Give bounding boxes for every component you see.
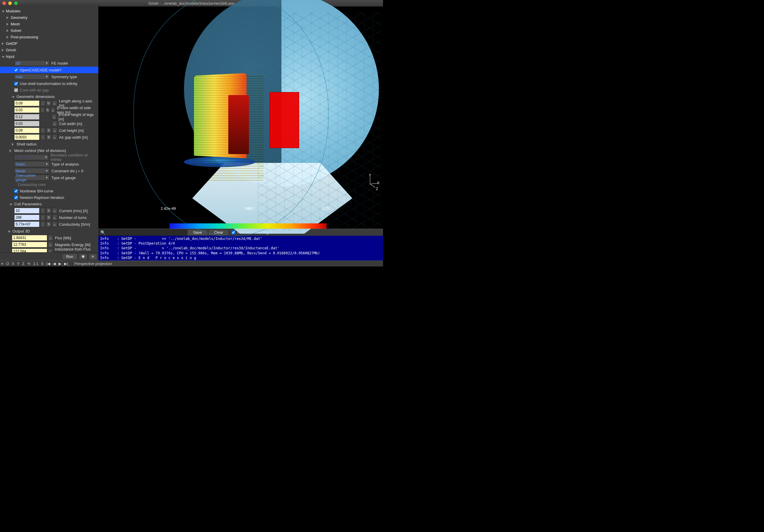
conductivity-input[interactable] [14,221,40,227]
status-button[interactable]: 1:1 [33,261,38,266]
axes-triad: X Y Z [365,175,379,190]
stepper-icon[interactable]: : [40,127,46,133]
stepper-icon[interactable]: : [40,107,45,113]
reset-icon[interactable]: ↻ [46,134,51,140]
status-button[interactable]: ▶ [59,261,62,266]
status-button[interactable]: ≡ [1,261,4,266]
stepper-icon[interactable]: : [40,134,46,140]
gauge-select[interactable]: Tree-cotree gauge▼ [14,175,50,181]
shell-inf-checkbox[interactable] [14,82,18,85]
zoom-window-button[interactable] [14,1,18,5]
reset-icon[interactable]: ↻ [46,214,51,220]
reset-icon[interactable]: ↻ [46,127,51,133]
graph-icon[interactable]: ⎁ [52,114,57,120]
close-window-button[interactable] [2,1,6,5]
graph-icon[interactable]: ⎁ [52,208,57,213]
core-airgap-label: Core with air gap [20,88,49,92]
turns-input[interactable] [14,214,40,220]
graph-icon[interactable]: ⎁ [52,127,57,133]
fe-model-select[interactable]: 3D▼ [14,60,50,66]
graph-icon[interactable]: ⎁ [52,100,57,106]
run-button[interactable]: Run [62,253,78,260]
3d-viewport[interactable]: 2.42e-49 b 0.867 1.73 X Y Z [98,7,383,229]
graph-icon[interactable]: ⎁ [52,221,57,227]
ind-flux-output[interactable] [12,248,47,252]
constraint-select[interactable]: Weak▼ [14,168,50,174]
opencascade-checkbox-row[interactable]: OpenCASCADE model? [0,67,98,73]
energy-output[interactable] [12,242,47,248]
analysis-select[interactable]: Static▼ [14,161,50,167]
stepper-icon[interactable]: : [40,221,46,227]
status-button[interactable]: Y [17,261,20,266]
coil-params-header[interactable]: Coil Parameters [0,200,98,207]
tree-solver[interactable]: Solver [0,27,98,34]
status-button[interactable]: O [6,261,9,266]
status-button[interactable]: X [12,261,14,266]
leg-h-input [14,114,40,120]
graph-icon[interactable]: ⎁ [48,242,53,248]
coil-h-label: Coil height [m] [59,128,84,133]
bc-select: Dirichlet▼ [14,154,49,160]
tree-getdp[interactable]: GetDP [0,40,98,47]
flux-label: Flux [Wb] [55,236,71,240]
nonlinear-bh-label: Nonlinear BH-curve [20,189,53,193]
newton-checkbox[interactable] [14,196,18,200]
tree-input[interactable]: Input [0,53,98,60]
parameter-tree[interactable]: Modules Geometry Mesh Solver Post-proces… [0,7,98,252]
symmetry-select[interactable]: Half▼ [14,74,50,80]
constraint-label: Constraint div j = 0 [51,169,83,173]
gap-input[interactable] [14,134,40,140]
flux-output[interactable] [12,235,47,241]
reset-icon[interactable]: ↻ [46,107,50,113]
len-z-input[interactable] [14,100,40,106]
tree-mesh[interactable]: Mesh [0,21,98,27]
stepper-icon[interactable]: : [40,214,46,220]
tree-postprocessing[interactable]: Post-processing [0,34,98,40]
graph-icon[interactable]: ⎁ [48,248,53,252]
output-header[interactable]: Output 3D [0,228,98,234]
projection-mode[interactable]: Perspective projection [75,261,112,266]
search-input[interactable]: 🔍 [98,229,187,236]
conducting-core-label: Conducting core [18,182,46,187]
current-input[interactable] [14,208,40,213]
coil-h-input[interactable] [14,127,40,133]
tree-gmsh[interactable]: Gmsh [0,47,98,53]
shell-radius-header[interactable]: Shell radius [0,141,98,147]
status-button[interactable]: |◀ [46,261,50,266]
bc-label: Boundary condition at infinity [51,153,98,162]
onelab-sidebar: Modules Geometry Mesh Solver Post-proces… [0,7,98,261]
gauge-label: Type of gauge [51,176,76,180]
colorbar-max: 1.73 [322,206,329,211]
status-button[interactable]: Z [22,261,25,266]
status-button[interactable]: ▶| [64,261,68,266]
graph-icon[interactable]: ⎁ [52,214,57,220]
graph-icon[interactable]: ⎁ [52,121,57,127]
graph-icon[interactable]: ⎁ [48,235,53,241]
conductivity-label: Conductivity [S/m] [59,222,90,227]
window-controls [2,1,18,5]
tree-modules[interactable]: Modules [0,8,98,14]
reset-icon[interactable]: ↻ [46,100,51,106]
gear-icon[interactable]: ✱ [79,253,88,260]
status-button[interactable]: ⟲ [27,261,30,266]
core-airgap-checkbox [14,88,18,92]
reset-icon[interactable]: ↻ [46,208,51,213]
newton-label: Newton-Raphson iteration [20,195,64,200]
analysis-label: Type of analysis [51,162,79,166]
side-leg-input[interactable] [14,107,40,113]
status-button[interactable]: S [41,261,44,266]
graph-icon[interactable]: ⎁ [52,134,57,140]
graph-icon[interactable]: ⎁ [51,107,55,113]
message-console[interactable]: Info : GetDP - >> '../onelab_doc/models/… [98,236,383,261]
kill-button[interactable]: ⨯ [89,253,97,260]
stepper-icon[interactable]: : [40,208,46,213]
tree-geometry[interactable]: Geometry [0,14,98,21]
nonlinear-bh-checkbox[interactable] [14,189,18,193]
energy-label: Magnetic Energy [W] [55,242,91,247]
minimize-window-button[interactable] [8,1,12,5]
reset-icon[interactable]: ↻ [46,221,51,227]
gap-label: Air gap width [m] [59,135,88,140]
opencascade-checkbox[interactable] [14,68,18,72]
status-button[interactable]: ◀ [53,261,56,266]
stepper-icon[interactable]: : [40,100,46,106]
